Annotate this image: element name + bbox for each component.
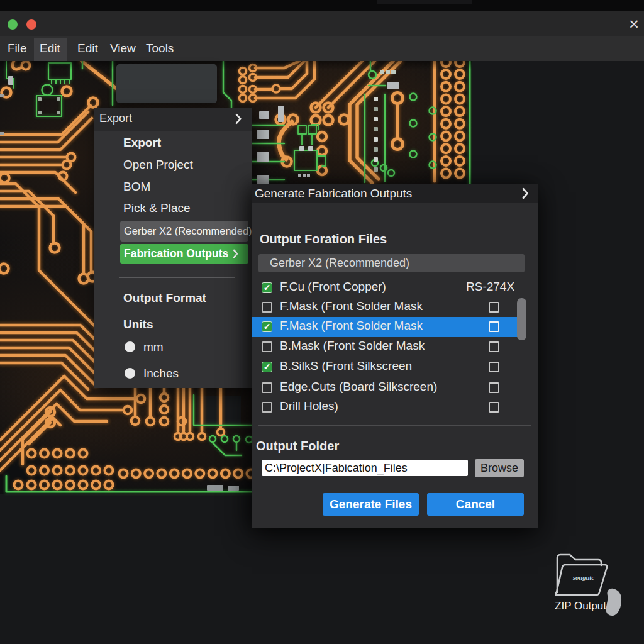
svg-text:songutc: songutc	[572, 574, 594, 581]
